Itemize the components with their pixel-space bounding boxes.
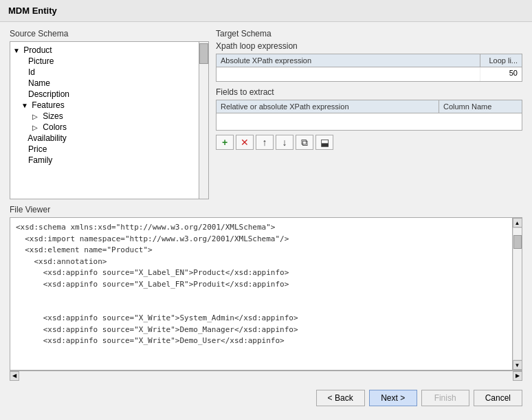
back-button[interactable]: < Back bbox=[316, 390, 365, 406]
scroll-left-arrow[interactable]: ◀ bbox=[10, 371, 19, 381]
move-down-button[interactable]: ↓ bbox=[276, 135, 293, 150]
tree-item-family[interactable]: Family bbox=[10, 155, 199, 166]
file-viewer-container: <xsd:schema xmlns:xsd="http://www.w3.org… bbox=[10, 217, 522, 371]
fields-toolbar: + ✕ ↑ ↓ ⧉ ⬓ bbox=[216, 135, 522, 150]
file-viewer-text: <xsd:schema xmlns:xsd="http://www.w3.org… bbox=[10, 218, 512, 370]
scroll-down-arrow[interactable]: ▼ bbox=[513, 360, 522, 370]
target-schema-label: Target Schema bbox=[216, 29, 522, 38]
rel-xpath-header: Relative or absolute XPath expression bbox=[217, 100, 439, 113]
copy-button[interactable]: ⧉ bbox=[296, 135, 313, 150]
expand-colors-icon[interactable]: ▷ bbox=[32, 124, 41, 132]
source-schema-label: Source Schema bbox=[10, 29, 209, 38]
delete-field-button[interactable]: ✕ bbox=[236, 135, 254, 150]
tree-item-id[interactable]: Id bbox=[10, 67, 199, 78]
xpath-row-0[interactable]: 50 bbox=[217, 67, 522, 81]
xpath-loop-table: Absolute XPath expression Loop li... 50 bbox=[216, 54, 522, 82]
file-viewer-label: File Viewer bbox=[10, 205, 522, 214]
loop-col-header: Loop li... bbox=[480, 54, 522, 67]
scroll-right-arrow[interactable]: ▶ bbox=[513, 371, 522, 381]
tree-item-price[interactable]: Price bbox=[10, 144, 199, 155]
scroll-vthumb[interactable] bbox=[513, 235, 522, 249]
tree-item-availability[interactable]: Availability bbox=[10, 133, 199, 144]
xpath-cell-abs[interactable] bbox=[217, 67, 480, 81]
cancel-button[interactable]: Cancel bbox=[474, 390, 522, 406]
fields-empty-row bbox=[217, 113, 522, 130]
fields-title: Fields to extract bbox=[216, 87, 522, 97]
next-button[interactable]: Next > bbox=[369, 390, 417, 406]
source-tree-scrollbar[interactable] bbox=[199, 42, 208, 199]
tree-item-features[interactable]: ▼ Features bbox=[10, 100, 199, 111]
add-field-button[interactable]: + bbox=[216, 135, 234, 150]
tree-item-name[interactable]: Name bbox=[10, 78, 199, 89]
xpath-loop-header: Absolute XPath expression Loop li... bbox=[217, 54, 522, 67]
expand-product-icon[interactable]: ▼ bbox=[13, 47, 21, 55]
tree-item-product[interactable]: ▼ Product bbox=[10, 45, 199, 56]
fields-header: Relative or absolute XPath expression Co… bbox=[217, 100, 522, 113]
move-up-button[interactable]: ↑ bbox=[256, 135, 274, 150]
xpath-col-header: Absolute XPath expression bbox=[217, 54, 480, 67]
scroll-vtrack[interactable] bbox=[513, 228, 522, 360]
finish-button[interactable]: Finish bbox=[421, 390, 469, 406]
expand-features-icon[interactable]: ▼ bbox=[21, 102, 30, 110]
file-viewer-vscrollbar[interactable]: ▲ ▼ bbox=[512, 218, 522, 370]
tree-item-picture[interactable]: Picture bbox=[10, 56, 199, 67]
scroll-up-arrow[interactable]: ▲ bbox=[513, 218, 522, 228]
tree-item-description[interactable]: Description bbox=[10, 89, 199, 100]
xpath-loop-title: Xpath loop expression bbox=[216, 41, 522, 51]
source-schema-tree[interactable]: ▼ Product Picture Id Name Description ▼ … bbox=[10, 41, 209, 199]
scroll-htrack[interactable] bbox=[19, 371, 513, 381]
xpath-cell-loop: 50 bbox=[480, 67, 522, 81]
paste-button[interactable]: ⬓ bbox=[315, 135, 333, 150]
file-viewer-hscrollbar[interactable]: ◀ ▶ bbox=[10, 371, 522, 380]
page-title: MDM Entity bbox=[0, 0, 532, 22]
tree-item-sizes[interactable]: ▷ Sizes bbox=[10, 111, 199, 122]
col-name-header: Column Name bbox=[439, 100, 522, 113]
expand-sizes-icon[interactable]: ▷ bbox=[32, 113, 41, 121]
fields-table: Relative or absolute XPath expression Co… bbox=[216, 100, 522, 131]
source-tree-thumb[interactable] bbox=[199, 43, 208, 64]
tree-item-colors[interactable]: ▷ Colors bbox=[10, 122, 199, 133]
bottom-bar: < Back Next > Finish Cancel bbox=[10, 386, 522, 408]
